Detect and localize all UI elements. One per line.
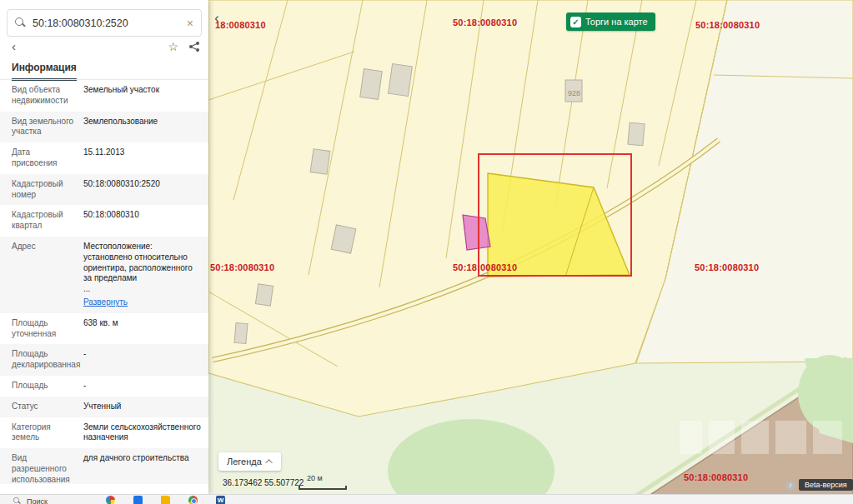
search-input[interactable] — [33, 17, 180, 29]
scale-bar — [299, 486, 347, 490]
row-area-declared: Площадь декларированная - — [0, 344, 208, 376]
legend-button-label: Легенда — [227, 457, 262, 467]
row-address: Адрес Местоположение: установлено относи… — [0, 237, 208, 313]
building-number-label: 928 — [568, 89, 580, 97]
check-icon: ✓ — [570, 17, 581, 27]
watermark — [680, 421, 842, 454]
row-area-refined: Площадь уточненная 638 кв. м — [0, 313, 208, 345]
info-icon[interactable]: i — [785, 481, 795, 491]
torgi-button-label: Торги на карте — [585, 17, 648, 27]
row-cadastral-number: Кадастровый номер 50:18:0080310:2520 — [0, 174, 208, 206]
row-permitted-use: Вид разрешенного использования для дачно… — [0, 448, 208, 484]
tab-information[interactable]: Информация — [12, 62, 77, 81]
quarter-label-top-center: 50:18:0080310 — [453, 17, 517, 27]
quarter-label-mid-right: 50:18:0080310 — [695, 262, 759, 272]
star-icon[interactable]: ☆ — [168, 40, 178, 53]
app-window: 18:0080310 50:18:0080310 50:18:0080310 5… — [0, 0, 853, 504]
loupe-app-icon[interactable] — [106, 496, 115, 504]
address-text: Местоположение: установлено относительно… — [83, 242, 193, 282]
row-assign-date: Дата присвоения 15.11.2013 — [0, 142, 208, 174]
attribute-list: Вид объекта недвижимости Земельный участ… — [0, 80, 208, 484]
os-taskbar: Поиск W — [0, 494, 853, 504]
folder-icon[interactable] — [161, 496, 170, 504]
chevron-up-icon — [265, 459, 272, 466]
search-icon — [13, 497, 21, 504]
close-icon[interactable]: × — [187, 17, 193, 30]
cursor-coordinates: 36.173462 55.507722 — [223, 478, 304, 487]
row-cadastral-quarter: Кадастровый квартал 50:18:0080310 — [0, 205, 208, 237]
row-object-type: Вид объекта недвижимости Земельный участ… — [0, 80, 208, 112]
torgi-map-button[interactable]: ✓ Торги на карте — [566, 12, 655, 31]
taskbar-search-label: Поиск — [27, 497, 48, 504]
panel-toolbar: ‹ ☆ — [0, 39, 208, 59]
back-icon[interactable]: ‹ — [12, 39, 16, 53]
row-area: Площадь - — [0, 376, 208, 397]
quarter-label-bottom-right: 50:18:0080310 — [684, 472, 748, 482]
row-parcel-type: Вид земельного участка Землепользование — [0, 112, 208, 143]
legend-button[interactable]: Легенда — [218, 452, 281, 471]
scale-label: 20 м — [307, 474, 323, 482]
taskbar-search[interactable]: Поиск — [12, 496, 48, 504]
info-panel: × ‹ ☆ Информация Вид объекта недвижимост… — [0, 0, 208, 494]
quarter-label-top-right: 50:18:0080310 — [695, 20, 760, 30]
quarter-label-mid-left: 50:18:0080310 — [210, 262, 274, 272]
beta-version-badge: Beta-версия — [799, 479, 853, 491]
row-status: Статус Учтенный — [0, 397, 208, 417]
share-icon[interactable] — [188, 41, 200, 56]
chrome-icon[interactable] — [188, 496, 198, 504]
row-land-category: Категория земель Земли сельскохозяйствен… — [0, 417, 208, 449]
search-icon — [15, 17, 26, 28]
search-box[interactable]: × — [7, 9, 202, 37]
selection-rectangle — [478, 153, 632, 277]
expand-link[interactable]: Развернуть — [83, 297, 128, 308]
taskbar-icons: W — [106, 496, 225, 504]
address-ellipsis: ... — [83, 284, 202, 295]
quarter-label-mid-center: 50:18:0080310 — [453, 262, 517, 272]
panel-collapse-icon[interactable]: ‹ — [210, 10, 223, 27]
word-icon[interactable]: W — [216, 496, 225, 504]
blue-app-icon[interactable] — [133, 496, 143, 504]
